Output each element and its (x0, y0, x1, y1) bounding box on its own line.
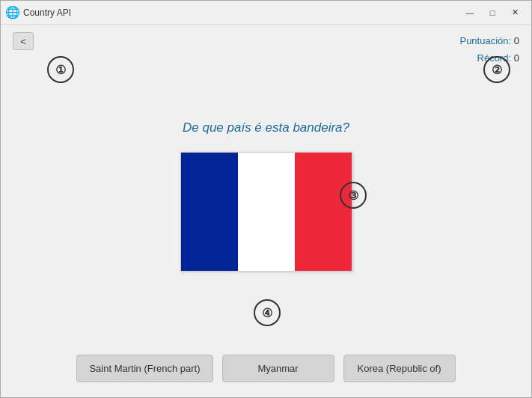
answers-row: Saint Martin (French part) Myanmar Korea… (13, 355, 519, 382)
maximize-button[interactable]: □ (482, 4, 503, 21)
app-window: 🌐 Country API — □ ✕ < Puntuación: 0 Réco… (0, 0, 532, 398)
question-area: De que país é esta bandeira? (13, 60, 519, 332)
title-bar-left: 🌐 Country API (7, 7, 71, 19)
circle-label-2: ② (483, 56, 510, 83)
window-controls: — □ ✕ (459, 4, 525, 21)
content-area: < Puntuación: 0 Récord: 0 ① ② ③ ④ De que… (1, 25, 531, 397)
answer-button-1[interactable]: Myanmar (222, 355, 334, 382)
score-value: 0 (514, 35, 519, 46)
app-icon: 🌐 (7, 7, 19, 19)
flag-stripe-red (295, 153, 352, 271)
circle-label-3: ③ (340, 182, 367, 209)
minimize-button[interactable]: — (459, 4, 480, 21)
flag-stripe-white (238, 153, 295, 271)
circle-label-4: ④ (254, 299, 281, 326)
flag-stripe-blue (181, 153, 238, 271)
close-button[interactable]: ✕ (504, 4, 525, 21)
score-line: Puntuación: 0 (459, 32, 519, 49)
answer-button-2[interactable]: Korea (Republic of) (343, 355, 456, 382)
title-bar: 🌐 Country API — □ ✕ (1, 1, 531, 25)
score-label: Puntuación: (459, 35, 511, 46)
back-button[interactable]: < (13, 32, 34, 50)
circle-label-1: ① (47, 56, 74, 83)
window-title: Country API (23, 7, 71, 18)
flag-image (180, 152, 352, 272)
answer-button-0[interactable]: Saint Martin (French part) (76, 355, 213, 382)
question-text: De que país é esta bandeira? (183, 120, 349, 135)
